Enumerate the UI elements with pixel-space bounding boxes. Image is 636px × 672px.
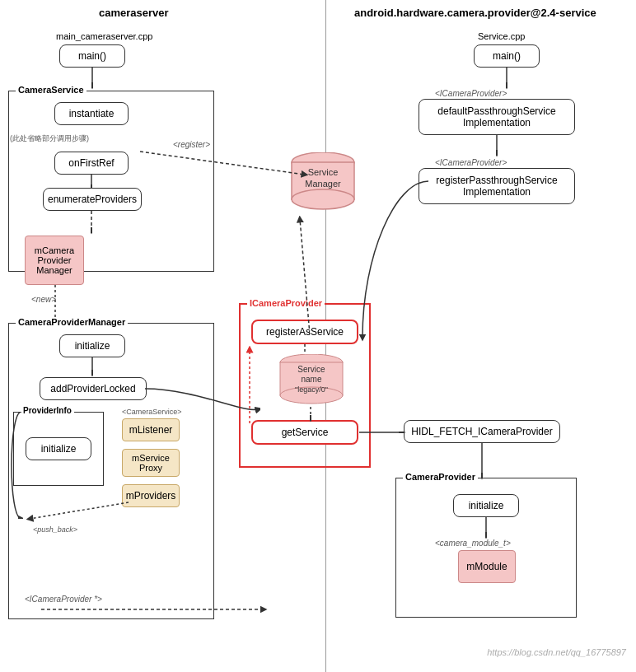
- title-right: android.hardware.camera.provider@2.4-ser…: [354, 7, 596, 19]
- on-first-ref-node: onFirstRef: [54, 152, 129, 175]
- arrow-instantiate-to-servicemanager: [140, 125, 317, 191]
- m-providers-node: mProviders: [122, 484, 180, 507]
- arrow-register-to-register: [354, 173, 428, 354]
- step-note: (此处省略部分调用步骤): [10, 133, 89, 144]
- hidl-fetch-node: HIDL_FETCH_ICameraProvider: [404, 420, 560, 443]
- icamera-provider-label1: <ICameraProvider>: [435, 89, 507, 98]
- watermark: https://blog.csdn.net/qq_16775897: [487, 647, 626, 657]
- camera-provider-manager-label: CameraProviderManager: [16, 317, 128, 327]
- svg-text:name: name: [301, 375, 321, 384]
- title-left: cameraserver: [99, 7, 169, 19]
- svg-text:"legacy/0": "legacy/0": [295, 385, 328, 394]
- arrow-main-to-camera-service: [91, 68, 93, 91]
- arrow-init-down: [91, 357, 93, 378]
- mcamera-provider-manager-node: mCamera Provider Manager: [25, 236, 84, 285]
- arrow-icamera-provider-ptr: [41, 601, 272, 626]
- svg-text:Service: Service: [297, 365, 325, 374]
- camera-provider-initialize-node: initialize: [453, 494, 519, 517]
- arrow-getservice-to-hidl: [359, 432, 407, 433]
- diagram: cameraserver android.hardware.camera.pro…: [0, 0, 636, 672]
- service-name-cylinder: Service name "legacy/0": [278, 354, 344, 408]
- svg-line-22: [140, 152, 305, 175]
- camera-service-label: CameraService: [16, 85, 87, 95]
- initialize-node: initialize: [59, 334, 125, 357]
- arrow-loop-back: [7, 412, 23, 519]
- provider-info-box: ProviderInfo initialize: [13, 412, 104, 486]
- enumerate-providers-node: enumerateProviders: [43, 188, 142, 211]
- arrow-default-down: [496, 135, 498, 158]
- icamera-provider-label2: <ICameraProvider>: [435, 158, 507, 167]
- arrow-init-right-down: [485, 517, 487, 540]
- arrow-main-right-down: [506, 68, 507, 91]
- register-passthrough-node: registerPassthroughService Implementatio…: [419, 168, 575, 204]
- provider-info-label: ProviderInfo: [21, 406, 74, 415]
- arrow-push-back: [21, 494, 129, 527]
- camera-provider-label: CameraProvider: [403, 472, 478, 482]
- main-func-right-node: main(): [474, 44, 540, 68]
- main-cpp-label: main_cameraserver.cpp: [56, 31, 152, 41]
- instantiate-node: instantiate: [54, 102, 129, 125]
- initialize2-node: initialize: [26, 437, 91, 460]
- arrow-getservice-to-registerasservice: [244, 344, 255, 423]
- arrow-hidl-to-camera-provider: [481, 443, 483, 481]
- default-passthrough-node: defaultPassthroughService Implementation: [419, 99, 575, 135]
- arrow-enum-down: [91, 211, 92, 236]
- m-service-proxy-node: mService Proxy: [122, 449, 180, 477]
- arrow-register-to-servicename: [304, 344, 306, 357]
- arrow-service-name-to-getservice: [310, 407, 311, 423]
- new-label: <new>: [31, 295, 56, 304]
- camera-module-t-label: <camera_module_t>: [435, 539, 511, 548]
- get-service-node: getService: [251, 420, 358, 445]
- arrow-addprovider-to-getservice: [145, 380, 260, 438]
- m-module-node: mModule: [458, 550, 516, 583]
- main-func-node: main(): [59, 44, 125, 68]
- add-provider-locked-node: addProviderLocked: [40, 377, 147, 400]
- svg-line-21: [300, 219, 310, 334]
- service-cpp-label: Service.cpp: [478, 31, 525, 41]
- svg-line-26: [30, 502, 129, 519]
